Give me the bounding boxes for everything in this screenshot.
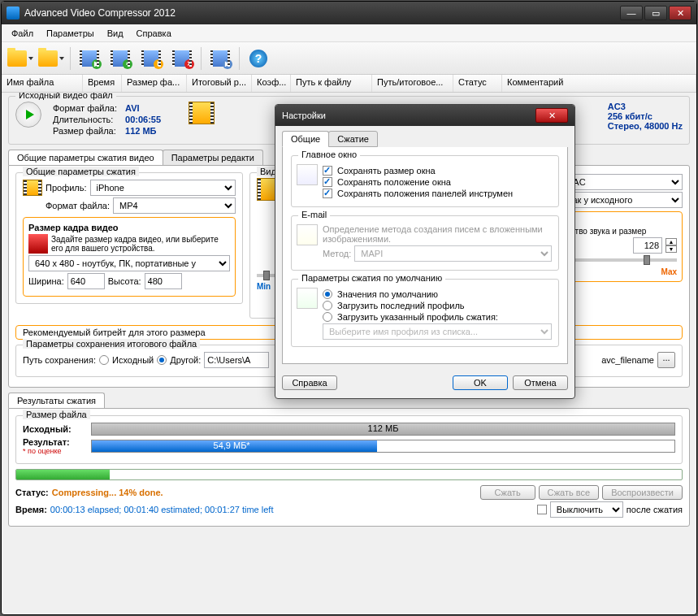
maximize-button[interactable]: ▭: [644, 6, 667, 20]
radio-source-path[interactable]: [99, 355, 109, 365]
defaults-group: Параметры сжатия по умолчанию Значения п…: [291, 279, 559, 347]
envelope-icon: [297, 224, 318, 245]
email-group: E-mail Определение метода создания писем…: [291, 215, 559, 271]
status-text: Compressing... 14% done.: [52, 488, 163, 497]
menu-params[interactable]: Параметры: [40, 27, 101, 40]
pause-button[interactable]: ⏸: [137, 45, 165, 72]
settings-dialog: Настройки ✕ Общие Сжатие Главное окно Со…: [275, 104, 575, 399]
format-select[interactable]: MP4: [113, 197, 236, 214]
stop-button[interactable]: ✕: [168, 45, 196, 72]
source-info: Формат файла:AVI Длительность:00:06:55 Р…: [48, 102, 166, 137]
audio-bitrate: 256 кбит/с: [608, 111, 683, 121]
col-result[interactable]: Итоговый р...: [187, 75, 252, 92]
document-icon: [297, 288, 318, 309]
shutdown-check[interactable]: [537, 505, 547, 514]
minimize-button[interactable]: —: [620, 6, 643, 20]
browse-button[interactable]: ...: [657, 352, 675, 368]
chk-save-size[interactable]: [323, 166, 332, 176]
dialog-ok-button[interactable]: OK: [453, 375, 508, 390]
audio-codec: AC3: [608, 102, 683, 111]
separator: [70, 47, 71, 70]
email-method-select: MAPI: [354, 245, 552, 262]
audio-mode-select[interactable]: Как у исходного: [561, 192, 683, 208]
audio-bitrate-input[interactable]: [633, 237, 662, 254]
radio-defaults[interactable]: [323, 289, 332, 299]
dialog-close-button[interactable]: ✕: [535, 108, 568, 123]
col-outpath[interactable]: Путь/итоговое...: [372, 75, 453, 92]
filesize-group: Размер файла Исходный: 112 МБ Результат:…: [15, 415, 683, 464]
compress-all-btn[interactable]: Сжать все: [539, 485, 600, 500]
dialog-title: Настройки: [282, 111, 326, 120]
max-label: Max: [661, 267, 677, 276]
menu-view[interactable]: Вид: [101, 27, 130, 40]
profile-icon: [23, 180, 42, 196]
column-headers: Имя файла Время Размер фа... Итоговый р.…: [2, 75, 696, 93]
height-input[interactable]: [145, 273, 182, 289]
col-path[interactable]: Путь к файлу: [291, 75, 372, 92]
open-file-button[interactable]: [7, 45, 34, 72]
compress-all-button[interactable]: »: [106, 45, 134, 72]
tab-edit-params[interactable]: Параметры редакти: [163, 150, 263, 165]
audio-codec-select[interactable]: AAC: [561, 174, 683, 190]
dialog-help-button[interactable]: Справка: [282, 375, 337, 390]
play-button[interactable]: ▶: [206, 45, 234, 72]
col-comment[interactable]: Комментарий: [502, 75, 696, 92]
tab-results[interactable]: Результаты сжатия: [8, 393, 105, 408]
profile-list-select: Выберите имя профиля из списка...: [323, 323, 552, 340]
source-size: 112 МБ: [122, 126, 164, 136]
app-icon: [7, 7, 20, 20]
frame-size-group: Размер кадра видео Задайте размер кадра …: [23, 217, 236, 297]
dialog-cancel-button[interactable]: Отмена: [513, 375, 568, 390]
play-result-btn[interactable]: Воспроизвести: [602, 485, 683, 500]
open-folder-button[interactable]: [37, 45, 65, 72]
col-filename[interactable]: Имя файла: [2, 75, 83, 92]
titlebar[interactable]: Advanced Video Compressor 2012 — ▭ ✕: [2, 2, 696, 24]
col-status[interactable]: Статус: [453, 75, 502, 92]
play-icon: [15, 102, 41, 128]
radio-other-path[interactable]: [157, 355, 167, 365]
general-params-group: Общие параметры сжатия Профиль: iPhone Ф…: [15, 172, 243, 304]
dialog-titlebar[interactable]: Настройки ✕: [275, 105, 574, 126]
menu-help[interactable]: Справка: [130, 27, 178, 40]
shutdown-select[interactable]: Выключить: [550, 501, 623, 518]
result-size-value: 54,9 МБ*: [214, 440, 250, 450]
width-input[interactable]: [67, 273, 105, 289]
separator: [201, 47, 202, 70]
results-page: Размер файла Исходный: 112 МБ Результат:…: [8, 408, 690, 527]
spin-down[interactable]: ▼: [665, 245, 677, 253]
progress-bar: [15, 469, 683, 480]
save-path-input[interactable]: [204, 352, 269, 368]
menu-file[interactable]: Файл: [5, 27, 40, 40]
compress-btn[interactable]: Сжать: [480, 485, 535, 500]
tab-compression-params[interactable]: Общие параметры сжатия видео: [8, 150, 163, 165]
audio-mode: Стерео, 48000 Hz: [608, 121, 683, 131]
help-button[interactable]: ?: [245, 45, 272, 72]
compress-button[interactable]: ▶: [76, 45, 103, 72]
profile-select[interactable]: iPhone: [90, 180, 236, 196]
col-ratio[interactable]: Коэф...: [252, 75, 291, 92]
window-title: Advanced Video Compressor 2012: [24, 7, 620, 19]
time-text: 00:00:13 elapsed; 00:01:40 estimated; 00…: [50, 505, 274, 514]
tab-compression[interactable]: Сжатие: [328, 131, 378, 147]
source-group-title: Исходный видео файл: [15, 93, 116, 100]
chk-save-panels[interactable]: [323, 189, 332, 198]
close-button[interactable]: ✕: [669, 6, 691, 20]
window-icon: [297, 164, 318, 185]
spin-up[interactable]: ▲: [665, 238, 677, 245]
menubar: Файл Параметры Вид Справка: [2, 24, 696, 42]
chk-save-pos[interactable]: [323, 177, 332, 187]
radio-custom-profile[interactable]: [323, 312, 332, 322]
frame-preset-select[interactable]: 640 x 480 - ноутбук, ПК, портативные у: [28, 255, 230, 271]
radio-last-profile[interactable]: [323, 301, 332, 310]
video-thumb-icon: [189, 102, 215, 124]
resize-icon: [28, 234, 48, 254]
col-size[interactable]: Размер фа...: [122, 75, 187, 92]
toolbar: ▶ » ⏸ ✕ ▶ ?: [2, 42, 696, 75]
separator: [239, 47, 240, 70]
source-size-value: 112 МБ: [368, 423, 399, 433]
source-format: AVI: [122, 103, 164, 113]
col-time[interactable]: Время: [83, 75, 122, 92]
source-duration: 00:06:55: [122, 115, 164, 124]
tab-general[interactable]: Общие: [282, 131, 329, 147]
mainwindow-group: Главное окно Сохранять размер окна Сохра…: [291, 155, 559, 207]
